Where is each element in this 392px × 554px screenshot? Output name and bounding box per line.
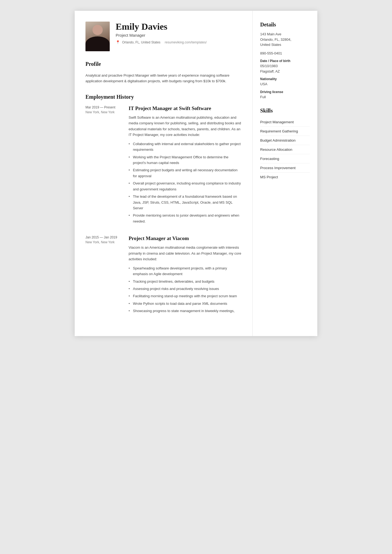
skills-section: Skills Project Management Requirement Ga…: [260, 108, 310, 182]
bullet-item: Estimating project budgets and writing a…: [129, 167, 242, 179]
job-meta: Mar 2019 — Present New York, New York: [85, 105, 129, 226]
job-title: IT Project Manager at Swift Software: [129, 105, 242, 111]
bullet-item: Overall project governance, including en…: [129, 180, 242, 192]
bullet-item: The lead of the development of a foundat…: [129, 194, 242, 211]
phone-row: 890-555-0401: [260, 51, 310, 56]
job-description: Viacom is an American multinational medi…: [129, 245, 242, 262]
license-row: Driving license Full: [260, 90, 310, 100]
bullet-item: Spearheading software development projec…: [129, 265, 242, 277]
bullet-item: Showcasing progress to state management …: [129, 308, 242, 314]
job-bullets: Collaborating with internal and external…: [129, 141, 242, 224]
nationality-row: Nationality USA: [260, 77, 310, 87]
website-text: resumeviking.com/templates/: [165, 40, 207, 44]
job-entry: Jan 2015 — Jan 2019 New York, New York P…: [85, 235, 242, 315]
job-content: Project Manager at Viacom Viacom is an A…: [129, 235, 242, 315]
skill-item: MS Project: [260, 173, 310, 182]
address-row: 143 Main Ave Orlando, FL, 32804, United …: [260, 32, 310, 47]
job-bullets: Spearheading software development projec…: [129, 265, 242, 314]
candidate-title: Project Manager: [116, 33, 242, 37]
skill-item: Project Management: [260, 118, 310, 127]
bullet-item: Working with the Project Management Offi…: [129, 154, 242, 166]
avatar: [85, 22, 110, 51]
header-info: Emily Davies Project Manager 📍 Orlando, …: [116, 22, 242, 44]
profile-text: Analytical and proactive Project Manager…: [85, 73, 242, 84]
details-section: Details 143 Main Ave Orlando, FL, 32804,…: [260, 22, 310, 100]
skill-item: Resource Allocation: [260, 145, 310, 154]
address-line3: United States: [260, 42, 310, 47]
dob-row: Date / Place of birth 05/10/1983 Flagsta…: [260, 59, 310, 74]
job-dates: Jan 2015 — Jan 2019: [85, 235, 124, 239]
address-line1: 143 Main Ave: [260, 32, 310, 37]
job-description: Swift Software is an American multinatio…: [129, 115, 242, 138]
skills-title: Skills: [260, 108, 310, 114]
bullet-item: Assessing project risks and proactively …: [129, 286, 242, 292]
skill-item: Budget Administration: [260, 136, 310, 145]
main-column: Emily Davies Project Manager 📍 Orlando, …: [75, 11, 253, 336]
bullet-item: Facilitating morning stand-up meetings w…: [129, 293, 242, 299]
details-title: Details: [260, 22, 310, 28]
bullet-item: Wrote Python scripts to load data and pa…: [129, 301, 242, 306]
profile-title: Profile: [85, 61, 242, 69]
profile-section: Profile Analytical and proactive Project…: [85, 61, 242, 84]
location-icon: 📍: [116, 40, 120, 44]
job-location: New York, New York: [85, 110, 124, 114]
employment-title: Employment History: [85, 94, 242, 102]
skill-item: Forecasting: [260, 154, 310, 163]
nationality-label: Nationality: [260, 77, 310, 81]
job-location: New York, New York: [85, 240, 124, 244]
job-content: IT Project Manager at Swift Software Swi…: [129, 105, 242, 226]
dob-value: 05/10/1983: [260, 63, 310, 69]
employment-section: Employment History Mar 2019 — Present Ne…: [85, 94, 242, 316]
skill-item: Requirement Gathering: [260, 127, 310, 136]
dob-label: Date / Place of birth: [260, 59, 310, 63]
nationality-value: USA: [260, 81, 310, 87]
resume: Emily Davies Project Manager 📍 Orlando, …: [75, 11, 317, 336]
candidate-name: Emily Davies: [116, 22, 242, 32]
license-value: Full: [260, 94, 310, 100]
dob-place: Flagstaff, AZ: [260, 69, 310, 74]
header-section: Emily Davies Project Manager 📍 Orlando, …: [85, 22, 242, 51]
bullet-item: Tracking project timelines, deliverables…: [129, 279, 242, 284]
bullet-item: Provide mentoring services to junior dev…: [129, 213, 242, 224]
address-line2: Orlando, FL, 32804,: [260, 37, 310, 42]
location-text: Orlando, FL, United States: [122, 40, 160, 44]
job-dates: Mar 2019 — Present: [85, 105, 124, 109]
side-column: Details 143 Main Ave Orlando, FL, 32804,…: [253, 11, 317, 336]
job-meta: Jan 2015 — Jan 2019 New York, New York: [85, 235, 129, 315]
phone-value: 890-555-0401: [260, 51, 310, 56]
license-label: Driving license: [260, 90, 310, 94]
job-entry: Mar 2019 — Present New York, New York IT…: [85, 105, 242, 226]
header-location: 📍 Orlando, FL, United States resumevikin…: [116, 40, 242, 44]
bullet-item: Collaborating with internal and external…: [129, 141, 242, 153]
skill-item: Process Improvement: [260, 163, 310, 173]
job-title: Project Manager at Viacom: [129, 235, 242, 241]
